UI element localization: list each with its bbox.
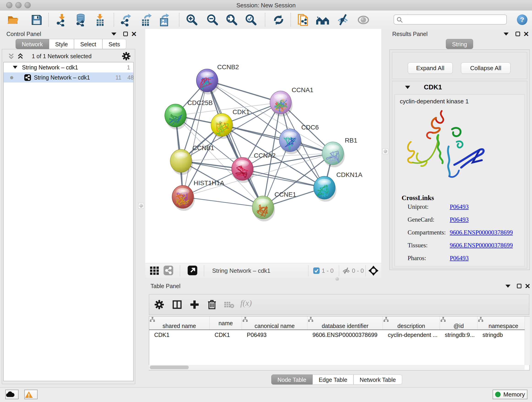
export-network-icon[interactable]: [120, 13, 133, 26]
birdseye-view-icon[interactable]: [368, 265, 379, 276]
network-node-cdc25b[interactable]: [165, 104, 187, 129]
tab-select[interactable]: Select: [74, 39, 102, 49]
panel-close-icon[interactable]: ✕: [525, 284, 530, 289]
panel-close-icon[interactable]: ✕: [131, 32, 137, 37]
panel-float-icon[interactable]: [515, 32, 520, 36]
expand-all-button[interactable]: Expand All: [408, 62, 453, 74]
panel-menu-icon[interactable]: [111, 32, 116, 36]
column-header-canonical-name[interactable]: canonical name: [242, 317, 307, 330]
panel-float-icon[interactable]: [517, 284, 521, 288]
zoom-selected-icon[interactable]: [245, 13, 258, 26]
grid-view-icon[interactable]: [150, 266, 160, 276]
panel-menu-icon[interactable]: [504, 32, 509, 36]
save-session-icon[interactable]: [30, 13, 43, 26]
network-node-hist1h1a[interactable]: [172, 185, 195, 211]
hidden-eye-icon: [342, 267, 350, 274]
column-header-id[interactable]: @id: [440, 317, 477, 330]
network-node-rb1[interactable]: [322, 142, 345, 167]
crosslink-uniprot[interactable]: P06493: [450, 203, 469, 211]
column-header-shared-name[interactable]: shared name: [149, 317, 210, 330]
detach-view-icon[interactable]: [188, 266, 197, 275]
network-view-icon[interactable]: [164, 266, 173, 275]
gene-section: CDK1 cyclin-dependent kinase 1: [392, 81, 527, 268]
export-table-icon[interactable]: [140, 13, 153, 26]
network-node-ccne1[interactable]: [252, 196, 275, 221]
tab-string[interactable]: String: [446, 39, 473, 49]
panel-menu-icon[interactable]: [505, 285, 510, 288]
show-columns-icon[interactable]: [172, 300, 182, 310]
network-options-gear-icon[interactable]: [122, 51, 131, 61]
column-header-namespace[interactable]: namespace: [477, 317, 530, 330]
network-edge-ccnb2-ccne1[interactable]: [207, 80, 263, 207]
network-node-ccna1[interactable]: [270, 91, 293, 116]
network-node-cdkn1a[interactable]: [314, 176, 336, 202]
horizontal-splitter-handle[interactable]: [336, 277, 339, 281]
right-splitter[interactable]: [381, 29, 389, 281]
home-networks-icon[interactable]: [316, 13, 329, 26]
network-row[interactable]: String Network – cdk1 11 48: [4, 72, 133, 83]
crosslink-tissues[interactable]: 9606.ENSP00000378699: [450, 242, 513, 249]
tab-network[interactable]: Network: [16, 39, 49, 49]
hide-graphics-details-icon[interactable]: [337, 13, 350, 26]
right-splitter-handle[interactable]: [383, 148, 388, 154]
network-edge-ccna2-cdkn1a[interactable]: [242, 169, 324, 188]
column-header-description[interactable]: description: [383, 317, 440, 330]
gene-expander-icon[interactable]: [405, 86, 410, 89]
open-session-icon[interactable]: [7, 13, 20, 26]
crosslink-genecard[interactable]: P06493: [450, 216, 469, 223]
tab-network-table[interactable]: Network Table: [354, 375, 402, 385]
zoom-in-icon[interactable]: [186, 13, 198, 26]
search-input[interactable]: [405, 15, 505, 24]
toolbar-separator: [180, 265, 180, 276]
refresh-icon[interactable]: [272, 13, 285, 26]
column-header-database-identifier[interactable]: database identifier: [307, 317, 383, 330]
collection-expander-icon[interactable]: [13, 66, 17, 69]
left-splitter[interactable]: [137, 29, 145, 278]
network-edge-hist1h1a-ccne1[interactable]: [183, 197, 263, 207]
share-document-icon[interactable]: [297, 13, 310, 26]
network-node-ccna2[interactable]: [232, 157, 254, 183]
add-column-icon[interactable]: [190, 300, 200, 310]
tab-node-table[interactable]: Node Table: [271, 375, 312, 385]
network-node-ccnb2[interactable]: [196, 69, 219, 95]
network-collection-row[interactable]: String Network – cdk1 1: [4, 62, 133, 72]
delete-column-icon[interactable]: [207, 299, 217, 310]
tab-style[interactable]: Style: [49, 39, 74, 49]
attribute-type-icon: [149, 317, 155, 322]
network-node-cdc6[interactable]: [279, 129, 302, 154]
crosslink-pharos[interactable]: P06493: [450, 255, 469, 262]
gene-details: cyclin-dependent kinase 1: [394, 95, 525, 266]
toolbar-separator: [204, 265, 204, 276]
collapse-all-button[interactable]: Collapse All: [461, 62, 510, 74]
selected-checkbox-icon[interactable]: [313, 268, 320, 274]
help-icon[interactable]: ?: [517, 14, 527, 25]
column-header-name[interactable]: name: [210, 317, 242, 330]
gene-section-header[interactable]: CDK1: [392, 81, 527, 94]
warning-button[interactable]: [24, 390, 38, 399]
network-node-cdk1[interactable]: [211, 114, 234, 139]
network-canvas[interactable]: CCNB2CCNA1CDC25BCDK1CDC6RB1CCNB1CCNA2CDK…: [145, 29, 381, 263]
import-network-icon[interactable]: [56, 13, 68, 26]
tab-edge-table[interactable]: Edge Table: [312, 375, 354, 385]
scrollbar-thumb[interactable]: [150, 366, 189, 369]
import-table-icon[interactable]: [94, 13, 106, 26]
title-bar: Session: New Session: [0, 0, 532, 11]
crosslink-row: Uniprot:P06493: [408, 203, 522, 216]
zoom-out-icon[interactable]: [206, 13, 219, 26]
main-toolbar: ?: [0, 11, 532, 29]
table-horizontal-scrollbar[interactable]: [149, 365, 525, 370]
table-options-gear-icon[interactable]: [154, 300, 164, 310]
crosslink-compartments[interactable]: 9606.ENSP00000378699: [450, 229, 513, 236]
cloud-button[interactable]: [5, 390, 19, 399]
export-image-icon[interactable]: [158, 13, 171, 26]
table-row[interactable]: CDK1CDK1P064939606.ENSP00000378699cyclin…: [149, 330, 530, 340]
table-vertical-scrollbar[interactable]: [525, 317, 530, 365]
memory-button[interactable]: Memory: [493, 390, 527, 399]
panel-float-icon[interactable]: [123, 32, 128, 36]
tab-sets[interactable]: Sets: [102, 39, 126, 49]
import-network-from-database-icon[interactable]: [74, 13, 87, 26]
panel-close-icon[interactable]: ✕: [523, 32, 529, 37]
zoom-fit-icon[interactable]: [225, 13, 238, 26]
left-splitter-handle[interactable]: [138, 203, 144, 209]
crosslink-row: Tissues:9606.ENSP00000378699: [408, 242, 522, 255]
